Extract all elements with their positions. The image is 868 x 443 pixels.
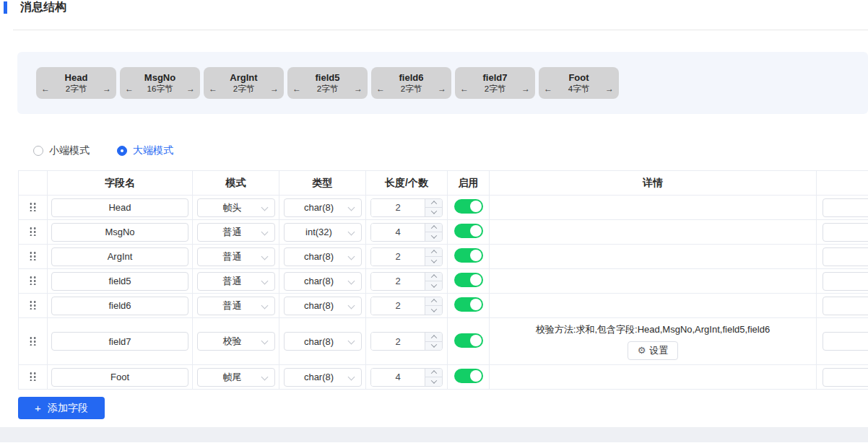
length-input[interactable] — [371, 369, 425, 386]
extra-input[interactable] — [823, 297, 868, 315]
table-row: 普通 char(8) — [19, 245, 868, 269]
field-name-input[interactable] — [51, 368, 188, 387]
chevron-down-icon — [347, 338, 355, 345]
settings-button[interactable]: ⚙ 设置 — [628, 341, 679, 360]
drag-handle-icon[interactable] — [29, 299, 37, 310]
type-select[interactable]: char(8) — [284, 247, 362, 266]
arrow-left-icon: ← — [41, 84, 50, 95]
increment-button[interactable] — [425, 297, 442, 306]
block-size: 2字节 — [66, 84, 87, 95]
length-input[interactable] — [371, 199, 425, 216]
mode-select[interactable]: 普通 — [197, 272, 275, 291]
length-input[interactable] — [371, 224, 425, 241]
mode-select-value: 普通 — [223, 250, 242, 263]
radio-label: 大端模式 — [133, 144, 173, 157]
field-name-input[interactable] — [51, 332, 188, 351]
enable-toggle[interactable] — [454, 248, 483, 263]
arrow-left-icon: ← — [125, 84, 134, 95]
radio-label: 小端模式 — [49, 144, 90, 157]
arrow-left-icon: ← — [209, 84, 217, 95]
decrement-button[interactable] — [425, 207, 442, 216]
drag-handle-icon[interactable] — [29, 201, 37, 211]
enable-toggle[interactable] — [454, 333, 483, 348]
field-name-input[interactable] — [51, 198, 188, 217]
toggle-knob — [470, 274, 482, 286]
drag-handle-icon[interactable] — [29, 275, 37, 285]
drag-handle-icon[interactable] — [29, 335, 37, 346]
increment-button[interactable] — [425, 333, 442, 341]
chevron-down-icon — [430, 377, 436, 383]
increment-button[interactable] — [425, 248, 442, 257]
mode-select[interactable]: 普通 — [197, 247, 275, 266]
structure-blocks: Head ← 2字节 → MsgNo ← 16字节 → ArgInt ← 2字节… — [36, 67, 619, 99]
increment-button[interactable] — [425, 224, 442, 232]
mode-select[interactable]: 帧尾 — [197, 368, 275, 387]
type-select-value: int(32) — [305, 227, 332, 237]
decrement-button[interactable] — [425, 341, 442, 351]
type-select[interactable]: char(8) — [284, 198, 362, 217]
enable-toggle[interactable] — [454, 369, 483, 383]
decrement-button[interactable] — [425, 232, 442, 241]
chevron-down-icon — [430, 342, 436, 348]
endian-radio-little[interactable]: 小端模式 — [33, 144, 90, 157]
extra-input[interactable] — [823, 272, 868, 291]
increment-button[interactable] — [425, 273, 442, 281]
field-name-input[interactable] — [51, 272, 188, 291]
structure-block: Foot ← 4字节 → — [539, 67, 619, 99]
type-select[interactable]: char(8) — [284, 272, 362, 291]
block-size: 4字节 — [568, 84, 589, 95]
decrement-button[interactable] — [425, 281, 442, 290]
mode-select[interactable]: 普通 — [197, 297, 275, 315]
mode-select[interactable]: 校验 — [197, 332, 275, 351]
fields-table: 字段名 模式 类型 长度/个数 启用 详情 帧头 char(8) — [18, 170, 868, 390]
length-input[interactable] — [371, 248, 425, 266]
length-stepper — [370, 272, 443, 291]
arrow-right-icon: → — [103, 84, 111, 95]
detail-wrap: 校验方法:求和,包含字段:Head,MsgNo,ArgInt,field5,fi… — [490, 323, 816, 360]
add-field-button[interactable]: + 添加字段 — [18, 397, 105, 419]
extra-input[interactable] — [823, 198, 868, 217]
drag-handle-icon[interactable] — [29, 250, 37, 260]
header-length: 长度/个数 — [366, 171, 448, 196]
type-select[interactable]: char(8) — [284, 332, 362, 351]
enable-toggle[interactable] — [454, 297, 483, 312]
length-stepper — [370, 247, 443, 266]
extra-input[interactable] — [823, 247, 868, 266]
endian-radio-group: 小端模式 大端模式 — [33, 144, 868, 157]
block-name: field7 — [455, 71, 535, 84]
chevron-down-icon — [430, 208, 436, 214]
decrement-button[interactable] — [425, 377, 442, 386]
mode-select[interactable]: 帧头 — [197, 198, 275, 217]
arrow-right-icon: → — [354, 84, 363, 95]
type-select[interactable]: int(32) — [284, 223, 362, 242]
toggle-knob — [470, 370, 482, 382]
block-size: 2字节 — [317, 84, 338, 95]
extra-input[interactable] — [823, 368, 868, 387]
type-select-value: char(8) — [304, 300, 334, 311]
increment-button[interactable] — [425, 369, 442, 377]
enable-toggle[interactable] — [454, 224, 483, 238]
length-input[interactable] — [371, 333, 425, 350]
mode-select[interactable]: 普通 — [197, 223, 275, 242]
increment-button[interactable] — [425, 199, 442, 208]
field-name-input[interactable] — [51, 223, 188, 242]
enable-toggle[interactable] — [454, 199, 483, 214]
extra-input[interactable] — [823, 223, 868, 242]
endian-radio-big[interactable]: 大端模式 — [117, 144, 173, 157]
length-input[interactable] — [371, 273, 425, 290]
enable-toggle[interactable] — [454, 273, 483, 287]
toggle-knob — [470, 201, 482, 212]
length-input[interactable] — [371, 297, 425, 315]
drag-handle-icon[interactable] — [29, 371, 37, 381]
extra-input[interactable] — [823, 332, 868, 351]
type-select[interactable]: char(8) — [284, 368, 362, 387]
field-name-input[interactable] — [51, 297, 188, 315]
drag-handle-icon[interactable] — [29, 226, 37, 236]
chevron-down-icon — [347, 228, 355, 235]
field-name-input[interactable] — [51, 247, 188, 266]
decrement-button[interactable] — [425, 305, 442, 315]
chevron-down-icon — [347, 302, 355, 309]
mode-select-value: 普通 — [223, 275, 242, 288]
type-select[interactable]: char(8) — [284, 297, 362, 315]
decrement-button[interactable] — [425, 256, 442, 266]
